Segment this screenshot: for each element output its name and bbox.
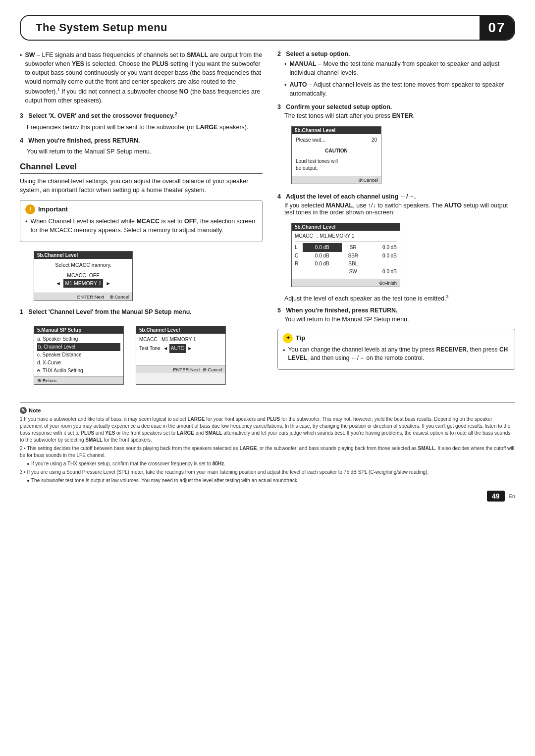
level-row-sw: SW 0.0 dB bbox=[295, 268, 397, 276]
sw-bullet-item: • SW – LFE signals and bass frequencies … bbox=[20, 50, 263, 105]
step1-heading: 1 Select 'Channel Level' from the Manual… bbox=[20, 308, 263, 317]
screen-caution-footer: ⊕:Cancel bbox=[292, 176, 381, 184]
page-title: The System Setup menu bbox=[36, 21, 167, 34]
level-row-c: C 0.0 dB SBR 0.0 dB bbox=[295, 252, 397, 260]
note-title: Note bbox=[29, 407, 41, 413]
screen-caution: 5b.Channel Level Please wait...20 CAUTIO… bbox=[291, 126, 381, 184]
step3-crossover-body: Frequencies below this point will be sen… bbox=[27, 123, 263, 132]
screen-mcacc-footer: ENTER:Next ⊕:Cancel bbox=[34, 293, 132, 301]
step2-section: 2 Select a setup option. • MANUAL – Move… bbox=[277, 50, 515, 99]
page-footer: 49 En bbox=[0, 486, 535, 506]
sw-bold: SW bbox=[25, 51, 35, 58]
screen-channel-level-body: MCACC M1.MEMORY 1 Test Tone ◄ AUTO ► bbox=[136, 334, 225, 365]
screen-levels-header: 5b.Channel Level bbox=[292, 223, 400, 231]
tip-title: ✦ Tip bbox=[283, 333, 510, 343]
content-area: • SW – LFE signals and bass frequencies … bbox=[0, 41, 535, 393]
step5-body: You will return to the Manual SP Setup m… bbox=[284, 316, 515, 323]
auto-bullet: • AUTO – Adjust channel levels as the te… bbox=[284, 80, 515, 98]
channel-level-intro: Using the channel level settings, you ca… bbox=[20, 177, 263, 195]
screen4-container: 5b.Channel Level MCACC : M1.MEMORY 1 L 0… bbox=[284, 219, 515, 291]
screen-mcacc-body: Select MCACC memory. MCACC OFF ◄ M1.MEMO… bbox=[34, 259, 132, 293]
step3-confirm-body: The test tones will start after you pres… bbox=[284, 112, 515, 119]
step4-after-text: Adjust the level of each speaker as the … bbox=[284, 294, 515, 302]
step3-confirm-section: 3 Confirm your selected setup option. Th… bbox=[277, 103, 515, 188]
step4-adjust-body: If you selected MANUAL, use ↑/↓ to switc… bbox=[284, 202, 515, 216]
step4-return-section: 4 When you're finished, press RETURN. Yo… bbox=[20, 137, 263, 156]
note-2-bullet-1: • If you're using a THX speaker setup, c… bbox=[20, 460, 515, 468]
screen-levels-footer: ⊕:Finish bbox=[292, 279, 400, 287]
step1-screens-row: 5.Manual SP Setup a. Speaker Setting b. … bbox=[27, 322, 263, 389]
level-row-r: R 0.0 dB SBL bbox=[295, 260, 397, 268]
left-column: • SW – LFE signals and bass frequencies … bbox=[20, 50, 263, 393]
screen-mcacc-mockup: 5b.Channel Level Select MCACC memory. MC… bbox=[34, 251, 133, 301]
step4-return-body: You will return to the Manual SP Setup m… bbox=[27, 147, 263, 156]
screen-levels: 5b.Channel Level MCACC : M1.MEMORY 1 L 0… bbox=[291, 223, 400, 287]
screen3-container: 5b.Channel Level Please wait...20 CAUTIO… bbox=[284, 122, 515, 188]
important-text: • When Channel Level is selected while M… bbox=[25, 217, 257, 235]
channel-level-heading: Channel Level bbox=[20, 162, 263, 174]
step1-section: 1 Select 'Channel Level' from the Manual… bbox=[20, 308, 263, 317]
bullet-dot: • bbox=[20, 51, 22, 105]
note-icon: ✎ bbox=[20, 407, 27, 414]
important-box: ! Important • When Channel Level is sele… bbox=[20, 200, 263, 242]
step3-crossover-section: 3 Select 'X. OVER' and set the crossover… bbox=[20, 111, 263, 132]
level-row-l: L 0.0 dB SR 0.0 dB bbox=[295, 243, 397, 252]
sw-bullet-text: SW – LFE signals and bass frequencies of… bbox=[25, 50, 263, 105]
step5-section: 5 When you're finished, press RETURN. Yo… bbox=[277, 307, 515, 323]
note-1: 1 If you have a subwoofer and like lots … bbox=[20, 416, 515, 444]
screen-mcacc-header: 5b.Channel Level bbox=[34, 252, 132, 259]
note-2: 2 • This setting decides the cutoff betw… bbox=[20, 445, 515, 459]
page-lang: En bbox=[509, 493, 515, 499]
step2-options: • MANUAL – Move the test tone manually f… bbox=[284, 59, 515, 99]
screen-levels-body: MCACC : M1.MEMORY 1 L 0.0 dB SR 0.0 dB bbox=[292, 231, 400, 279]
important-title: ! Important bbox=[25, 204, 257, 214]
right-column: 2 Select a setup option. • MANUAL – Move… bbox=[277, 50, 515, 393]
screen-caution-header: 5b.Channel Level bbox=[292, 127, 381, 134]
tip-label: Tip bbox=[296, 334, 305, 342]
step3-crossover-heading: 3 Select 'X. OVER' and set the crossover… bbox=[20, 111, 263, 121]
step2-heading: 2 Select a setup option. bbox=[277, 50, 515, 57]
screen-manual-sp-header: 5.Manual SP Setup bbox=[34, 326, 123, 334]
step5-heading: 5 When you're finished, press RETURN. bbox=[277, 307, 515, 314]
step4-return-heading: 4 When you're finished, press RETURN. bbox=[20, 137, 263, 146]
header-title-area: The System Setup menu bbox=[21, 16, 480, 40]
screen-caution-body: Please wait...20 CAUTION Loud test tones… bbox=[292, 134, 381, 176]
page-number: 49 bbox=[487, 491, 505, 502]
screen-channel-level: 5b.Channel Level MCACC M1.MEMORY 1 Test … bbox=[136, 326, 226, 385]
chapter-number: 07 bbox=[480, 16, 514, 40]
step4-adjust-heading: 4 Adjust the level of each channel using… bbox=[277, 193, 515, 200]
notes-footer: ✎ Note 1 If you have a subwoofer and lik… bbox=[20, 403, 515, 485]
note-label: ✎ Note bbox=[20, 407, 515, 414]
tip-bullet: • You can change the channel levels at a… bbox=[283, 346, 510, 363]
page-container: The System Setup menu 07 • SW – LFE sign… bbox=[0, 15, 535, 756]
tip-box: ✦ Tip • You can change the channel level… bbox=[277, 329, 515, 370]
note-3-bullet: • The subwoofer test tone is output at l… bbox=[20, 477, 515, 485]
sw-bullet-section: • SW – LFE signals and bass frequencies … bbox=[20, 50, 263, 105]
screen-manual-sp-footer: ⊕:Return bbox=[34, 376, 123, 384]
important-bullet: • When Channel Level is selected while M… bbox=[25, 217, 257, 235]
screen-channel-level-footer: ENTER:Next ⊕:Cancel bbox=[136, 365, 225, 373]
screen-manual-sp: 5.Manual SP Setup a. Speaker Setting b. … bbox=[34, 326, 124, 385]
screen-mcacc-select: 5b.Channel Level Select MCACC memory. MC… bbox=[27, 247, 263, 305]
step4-adjust-section: 4 Adjust the level of each channel using… bbox=[277, 193, 515, 302]
warning-icon: ! bbox=[25, 204, 35, 214]
caution-text: CAUTION bbox=[296, 147, 377, 155]
note-3: 3 • If you are using a Sound Pressure Le… bbox=[20, 469, 515, 476]
page-header: The System Setup menu 07 bbox=[20, 15, 515, 41]
tip-icon: ✦ bbox=[283, 333, 293, 343]
screen-channel-level-header: 5b.Channel Level bbox=[136, 326, 225, 334]
important-label: Important bbox=[38, 205, 68, 213]
step3-confirm-heading: 3 Confirm your selected setup option. bbox=[277, 103, 515, 110]
screen-manual-sp-body: a. Speaker Setting b. Channel Level c. S… bbox=[34, 334, 123, 376]
levels-table: L 0.0 dB SR 0.0 dB C 0.0 dB SBR 0.0 dB bbox=[295, 243, 397, 276]
manual-bullet: • MANUAL – Move the test tone manually f… bbox=[284, 59, 515, 77]
